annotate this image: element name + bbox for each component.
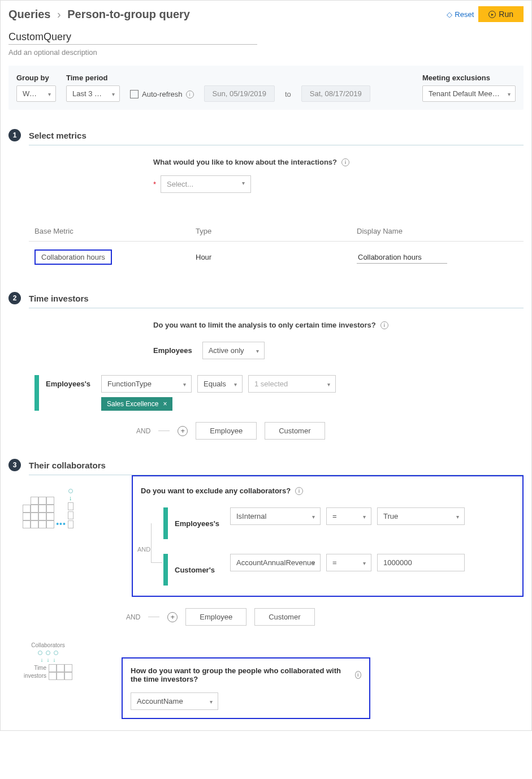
arrow-down-icon: ↓ <box>69 494 72 501</box>
col-base-metric: Base Metric <box>34 227 196 235</box>
info-icon[interactable]: i <box>355 671 361 679</box>
arrow-down-icon: ↓ <box>53 656 55 664</box>
section-3-prompt: Do you want to exclude any collaborators… <box>141 487 291 495</box>
ellipsis-icon: ••• <box>56 519 66 528</box>
section-1-prompt: What would you like to know about the in… <box>153 158 337 166</box>
display-name-input[interactable] <box>357 251 447 264</box>
operator-dropdown[interactable]: = <box>326 507 371 525</box>
value-dropdown[interactable]: True <box>377 507 465 525</box>
step-badge-1: 1 <box>8 129 21 141</box>
add-filter-button[interactable]: + <box>178 426 188 436</box>
value-dropdown[interactable]: 1 selected <box>248 375 336 393</box>
col-display-name: Display Name <box>357 227 518 235</box>
filter-group-label-employees: Employees's <box>175 519 224 528</box>
config-panel: Group by Week Time period Last 3 mont...… <box>8 66 524 110</box>
diagram-label-investors: investors <box>24 672 46 680</box>
step-badge-2: 2 <box>8 292 21 304</box>
query-name-input[interactable] <box>8 30 257 45</box>
breadcrumb-current: Person-to-group query <box>67 8 190 20</box>
and-connector: AND <box>136 427 150 435</box>
customer-type-button[interactable]: Customer <box>254 608 314 626</box>
employees-dropdown[interactable]: Active only <box>202 342 265 359</box>
exclusions-dropdown[interactable]: Tenant Default Meeting ... <box>422 85 516 102</box>
play-circle-icon: ▸ <box>488 11 496 18</box>
filter-chip[interactable]: Sales Excellence × <box>101 397 172 411</box>
date-to-label: to <box>285 90 291 102</box>
info-icon[interactable]: i <box>186 91 194 98</box>
section-2-title: Time investors <box>29 294 89 303</box>
auto-refresh-label: Auto-refresh <box>142 90 183 98</box>
attribute-dropdown[interactable]: IsInternal <box>230 507 321 525</box>
exclusions-label: Meeting exclusions <box>422 74 516 82</box>
page-header: Queries › Person-to-group query ◇ Reset … <box>8 6 524 22</box>
date-from-field[interactable]: Sun, 05/19/2019 <box>204 85 275 102</box>
grouping-diagram: Collaborators ↓↓↓ Time investors <box>8 642 88 680</box>
metric-type-value: Hour <box>196 253 357 261</box>
collaborator-filter-box: Do you want to exclude any collaborators… <box>132 475 524 597</box>
attribute-dropdown[interactable]: FunctionType <box>101 375 192 393</box>
section-2-prompt: Do you want to limit the analysis to onl… <box>153 321 376 329</box>
attribute-dropdown[interactable]: AccountAnnualRevenue <box>230 554 321 571</box>
filter-group-label-customers: Customer's <box>175 566 224 574</box>
filter-group-label: Employees's <box>46 380 96 388</box>
chevron-right-icon: › <box>57 8 61 20</box>
operator-dropdown[interactable]: Equals <box>197 375 243 393</box>
employee-type-button[interactable]: Employee <box>196 422 257 440</box>
diagram-label-time: Time <box>24 664 46 672</box>
filter-indicator-bar <box>163 507 168 539</box>
filter-indicator-bar <box>163 554 168 586</box>
section-select-metrics: 1 Select metrics What would you like to … <box>8 129 524 273</box>
query-description-placeholder[interactable]: Add an optional description <box>8 48 524 57</box>
section-1-title: Select metrics <box>29 131 86 140</box>
breadcrumb: Queries › Person-to-group query <box>8 8 190 21</box>
breadcrumb-root[interactable]: Queries <box>8 8 50 20</box>
grouping-prompt: How do you want to group the people who … <box>131 666 351 683</box>
reset-button[interactable]: ◇ Reset <box>447 10 474 19</box>
add-filter-button[interactable]: + <box>167 612 178 622</box>
grouping-dropdown[interactable]: AccountName <box>131 692 218 710</box>
employee-type-button[interactable]: Employee <box>185 608 246 626</box>
base-metric-value[interactable]: Collaboration hours <box>34 249 112 265</box>
auto-refresh-checkbox[interactable] <box>130 90 139 98</box>
section-collaborators: 3 Their collaborators ••• ↓ <box>8 459 524 719</box>
diagram-label-collaborators: Collaborators <box>24 642 72 649</box>
info-icon[interactable]: i <box>295 487 303 495</box>
arrow-down-icon: ↓ <box>46 656 49 664</box>
section-time-investors: 2 Time investors Do you want to limit th… <box>8 292 524 440</box>
run-button[interactable]: ▸ Run <box>478 6 524 22</box>
collaborators-diagram: ••• ↓ <box>8 475 88 626</box>
value-input[interactable] <box>377 554 465 571</box>
reset-label: Reset <box>455 10 474 19</box>
info-icon[interactable]: i <box>341 158 349 166</box>
grouping-box: How do you want to group the people who … <box>122 657 370 719</box>
filter-indicator-bar <box>34 375 39 411</box>
section-3-title: Their collaborators <box>29 460 106 470</box>
and-connector: AND <box>136 545 152 554</box>
chip-label: Sales Excellence <box>107 400 158 408</box>
arrow-down-icon: ↓ <box>40 656 43 664</box>
group-by-dropdown[interactable]: Week <box>16 85 56 102</box>
info-icon[interactable]: i <box>380 321 388 329</box>
col-type: Type <box>196 227 357 235</box>
time-period-label: Time period <box>66 74 120 82</box>
employees-label: Employees <box>153 346 192 355</box>
date-to-field[interactable]: Sat, 08/17/2019 <box>301 85 370 102</box>
run-label: Run <box>499 10 513 19</box>
operator-dropdown[interactable]: = <box>326 554 371 571</box>
customer-type-button[interactable]: Customer <box>265 422 325 440</box>
eraser-icon: ◇ <box>447 10 452 19</box>
metric-select-dropdown[interactable]: Select... <box>161 175 251 193</box>
and-connector: AND <box>126 613 140 621</box>
step-badge-3: 3 <box>8 459 21 471</box>
required-icon: * <box>153 180 156 188</box>
group-by-label: Group by <box>16 74 56 82</box>
close-icon[interactable]: × <box>163 400 167 408</box>
metric-row: Collaboration hours Hour <box>29 242 524 273</box>
time-period-dropdown[interactable]: Last 3 mont... <box>66 85 120 102</box>
